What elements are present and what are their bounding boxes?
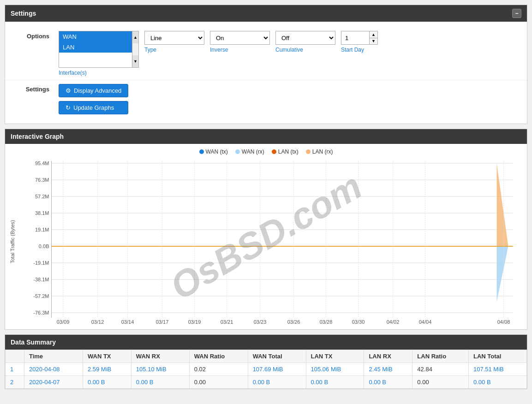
table-header-row: Time WAN TX WAN RX WAN Ratio WAN Total L… — [6, 350, 527, 363]
col-lan-tx: LAN TX — [306, 350, 364, 363]
chart-svg: 95.4M 76.3M 57.2M 38.1M 19.1M 0.0B -19.1… — [19, 159, 522, 325]
settings-row: Settings ⚙ Display Advanced ↻ Update Gra… — [5, 80, 527, 118]
svg-text:03/09: 03/09 — [57, 319, 70, 325]
cumulative-label: Cumulative — [275, 47, 335, 53]
graph-body: OsBSD.com WAN (tx) WAN (rx) LAN (tx) LAN… — [5, 144, 527, 329]
display-advanced-label: Display Advanced — [74, 87, 121, 94]
svg-text:03/21: 03/21 — [221, 319, 233, 325]
wan-total-link[interactable]: 0.00 B — [253, 379, 270, 386]
lan-tx-link[interactable]: 0.00 B — [311, 379, 329, 386]
chart-inner: 95.4M 76.3M 57.2M 38.1M 19.1M 0.0B -19.1… — [19, 159, 522, 325]
cell-lan-ratio: 0.00 — [412, 376, 469, 389]
lan-rx-link[interactable]: 0.00 B — [369, 379, 386, 386]
update-graphs-button[interactable]: ↻ Update Graphs — [59, 101, 128, 114]
y-axis-label: Total Traffic (Bytes) — [10, 159, 19, 325]
lan-total-link[interactable]: 107.51 MiB — [473, 366, 504, 373]
svg-text:-76.3M: -76.3M — [33, 310, 49, 315]
svg-text:03/26: 03/26 — [287, 319, 300, 325]
wan-total-link[interactable]: 107.69 MiB — [253, 366, 283, 373]
col-time: Time — [24, 350, 83, 363]
cell-wan-ratio: 0.02 — [189, 363, 248, 376]
chart-container: Total Traffic (Bytes) 95.4M 76.3M 57.2M … — [10, 159, 522, 325]
settings-body: Options WAN LAN ▲ ▼ Interface — [5, 22, 527, 124]
svg-text:04/08: 04/08 — [497, 319, 510, 325]
start-day-input[interactable] — [341, 31, 369, 44]
data-summary-title: Data Summary — [11, 339, 56, 346]
cell-lan-total: 0.00 B — [469, 376, 527, 389]
time-link[interactable]: 2020-04-08 — [29, 366, 60, 373]
legend-lan-rx: LAN (rx) — [306, 149, 333, 155]
legend-wan-rx-dot — [235, 149, 240, 154]
cell-wan-rx: 105.10 MiB — [131, 363, 189, 376]
svg-text:-19.1M: -19.1M — [33, 260, 49, 266]
svg-text:03/17: 03/17 — [156, 319, 169, 325]
listbox-scrollbar[interactable]: ▲ ▼ — [132, 31, 139, 68]
display-advanced-button[interactable]: ⚙ Display Advanced — [59, 84, 128, 97]
table-row: 1 2020-04-08 2.59 MiB 105.10 MiB 0.02 10… — [6, 363, 527, 376]
wan-rx-link[interactable]: 0.00 B — [136, 379, 154, 386]
cell-index: 1 — [6, 363, 24, 376]
legend-lan-tx-label: LAN (tx) — [278, 149, 299, 155]
scroll-up-arrow[interactable]: ▲ — [132, 31, 138, 43]
cell-time: 2020-04-07 — [24, 376, 83, 389]
lan-tx-link[interactable]: 105.06 MiB — [311, 366, 341, 373]
table-row: 2 2020-04-07 0.00 B 0.00 B 0.00 0.00 B 0… — [6, 376, 527, 389]
cell-wan-tx: 0.00 B — [83, 376, 131, 389]
svg-text:95.4M: 95.4M — [35, 160, 49, 166]
svg-text:04/04: 04/04 — [419, 319, 432, 325]
gear-icon: ⚙ — [66, 87, 71, 94]
start-day-spinner: ▲ ▼ — [341, 31, 378, 45]
svg-text:03/12: 03/12 — [91, 319, 104, 325]
wan-rx-link[interactable]: 105.10 MiB — [136, 366, 167, 373]
legend-wan-tx: WAN (tx) — [199, 149, 228, 155]
wan-tx-link[interactable]: 2.59 MiB — [88, 366, 111, 373]
col-lan-ratio: LAN Ratio — [412, 350, 469, 363]
inverse-select[interactable]: On Off — [210, 31, 270, 45]
col-wan-rx: WAN RX — [131, 350, 189, 363]
lan-rx-link[interactable]: 2.45 MiB — [369, 366, 392, 373]
svg-text:19.1M: 19.1M — [35, 227, 49, 232]
listbox-wrap: WAN LAN ▲ ▼ — [59, 31, 139, 68]
svg-text:03/28: 03/28 — [320, 319, 333, 325]
cell-wan-tx: 2.59 MiB — [83, 363, 131, 376]
legend-lan-rx-label: LAN (rx) — [312, 149, 333, 155]
legend-lan-tx: LAN (tx) — [272, 149, 299, 155]
lan-total-link[interactable]: 0.00 B — [473, 379, 491, 386]
scroll-down-arrow[interactable]: ▼ — [132, 55, 138, 67]
spinner-up-btn[interactable]: ▲ — [370, 31, 377, 38]
graph-header: Interactive Graph — [5, 129, 527, 144]
graph-title: Interactive Graph — [11, 133, 64, 140]
legend-lan-tx-dot — [272, 149, 276, 154]
svg-text:57.2M: 57.2M — [35, 194, 49, 199]
settings-buttons: ⚙ Display Advanced ↻ Update Graphs — [59, 84, 128, 114]
svg-text:76.3M: 76.3M — [35, 177, 49, 183]
interface-listbox[interactable]: WAN LAN — [59, 31, 132, 68]
cell-wan-rx: 0.00 B — [131, 376, 189, 389]
legend-wan-tx-dot — [199, 149, 204, 154]
minimize-button[interactable]: − — [512, 9, 521, 18]
spinner-down-btn[interactable]: ▼ — [370, 38, 377, 45]
type-select[interactable]: Line Area Bar — [144, 31, 204, 45]
cell-index: 2 — [6, 376, 24, 389]
svg-text:03/19: 03/19 — [188, 319, 201, 325]
cell-wan-ratio: 0.00 — [189, 376, 248, 389]
cell-lan-rx: 0.00 B — [364, 376, 412, 389]
cell-lan-total: 107.51 MiB — [469, 363, 527, 376]
interface-list-wrap: WAN LAN ▲ ▼ Interface(s) — [59, 31, 139, 76]
legend-wan-tx-label: WAN (tx) — [206, 149, 228, 155]
wan-tx-link[interactable]: 0.00 B — [88, 379, 105, 386]
interface-sublabel: Interface(s) — [59, 70, 139, 76]
cell-lan-ratio: 42.84 — [412, 363, 469, 376]
interface-wan[interactable]: WAN — [59, 31, 132, 42]
refresh-icon: ↻ — [66, 104, 71, 111]
cumulative-select[interactable]: Off On — [275, 31, 335, 45]
start-day-group: ▲ ▼ Start Day — [341, 31, 378, 53]
svg-text:-57.2M: -57.2M — [33, 293, 49, 299]
type-label: Type — [144, 47, 204, 53]
cell-lan-tx: 0.00 B — [306, 376, 364, 389]
svg-marker-21 — [497, 163, 508, 246]
time-link[interactable]: 2020-04-07 — [29, 379, 60, 386]
svg-marker-22 — [497, 246, 508, 302]
cell-wan-total: 0.00 B — [248, 376, 306, 389]
interface-lan[interactable]: LAN — [59, 42, 132, 53]
